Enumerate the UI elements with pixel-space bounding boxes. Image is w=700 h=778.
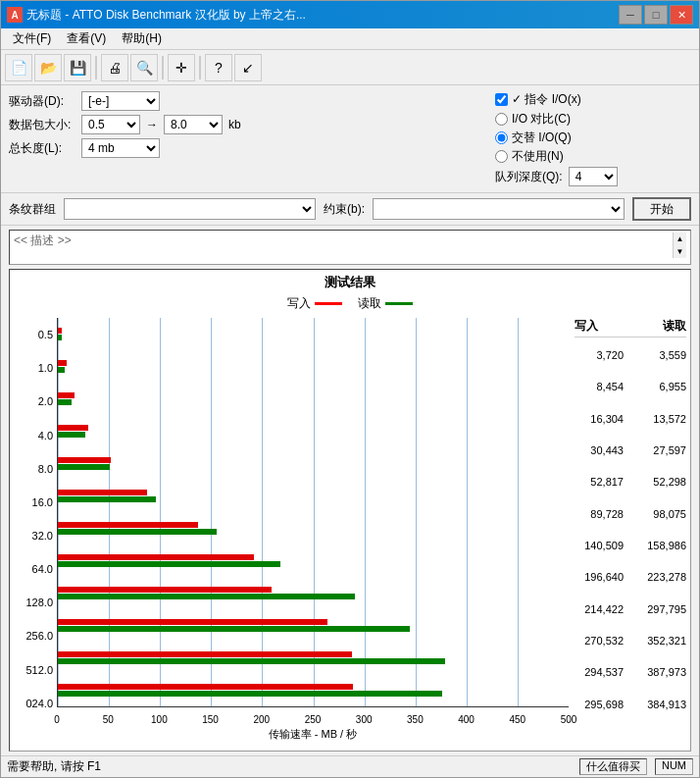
radio-alternate[interactable] xyxy=(495,131,508,144)
legend-write: 写入 xyxy=(287,295,342,312)
bar-row xyxy=(58,577,569,609)
chart-container: 测试结果 写入 读取 0.51.02.04.08.016.032.064.012… xyxy=(9,269,691,752)
controls-area: 驱动器(D): [-e-] 数据包大小: 0.5 → 8.0 kb xyxy=(1,85,699,193)
values-row: 270,532352,321 xyxy=(575,625,686,656)
length-select[interactable]: 4 mb xyxy=(81,138,160,158)
toolbar-arrow[interactable]: ↙ xyxy=(234,54,262,81)
desc-scrollbar: ▲ ▼ xyxy=(673,233,686,258)
stripe-label: 条纹群组 xyxy=(9,201,56,218)
x-label: 450 xyxy=(509,714,525,725)
drive-select[interactable]: [-e-] xyxy=(81,91,160,111)
scroll-up-arrow[interactable]: ▲ xyxy=(675,233,686,245)
x-label: 0 xyxy=(54,714,60,725)
chart-title: 测试结果 xyxy=(14,274,686,291)
legend-write-label: 写入 xyxy=(287,295,311,312)
values-row: 89,72898,075 xyxy=(575,498,686,530)
legend-read-color xyxy=(385,302,413,305)
radio-compare[interactable] xyxy=(495,113,508,126)
packet-row: 数据包大小: 0.5 → 8.0 kb xyxy=(9,115,468,134)
read-bar xyxy=(58,335,62,340)
x-label: 150 xyxy=(202,714,219,725)
x-label: 400 xyxy=(458,714,475,725)
toolbar-print[interactable]: 🖨 xyxy=(101,54,128,81)
queue-select[interactable]: 4 xyxy=(569,167,618,186)
menu-file[interactable]: 文件(F) xyxy=(5,28,59,49)
radio-none[interactable] xyxy=(495,150,508,163)
y-label: 512.0 xyxy=(14,664,53,676)
bar-row xyxy=(58,609,569,642)
stripe-select[interactable] xyxy=(64,198,316,220)
write-bar xyxy=(58,522,198,528)
write-value: 214,422 xyxy=(575,603,624,615)
queue-label: 队列深度(Q): xyxy=(495,169,563,185)
menu-help[interactable]: 帮助(H) xyxy=(114,28,170,49)
bar-row xyxy=(58,642,569,674)
read-bar xyxy=(58,561,280,567)
scroll-down-arrow[interactable]: ▼ xyxy=(675,245,686,258)
toolbar-save[interactable]: 💾 xyxy=(64,54,91,81)
title-buttons: ─ □ ✕ xyxy=(619,5,693,25)
values-row: 214,422297,795 xyxy=(575,594,686,625)
write-value: 140,509 xyxy=(575,540,624,551)
values-row: 294,537387,973 xyxy=(575,656,686,688)
close-button[interactable]: ✕ xyxy=(670,5,693,25)
read-value: 13,572 xyxy=(637,413,686,425)
maximize-button[interactable]: □ xyxy=(644,5,668,25)
legend-write-color xyxy=(315,302,342,305)
values-row: 3,7203,559 xyxy=(575,339,686,371)
app-icon: A xyxy=(7,7,23,23)
drive-row: 驱动器(D): [-e-] xyxy=(9,91,468,111)
toolbar-question[interactable]: ? xyxy=(205,54,232,81)
stripe-area: 条纹群组 约束(b): 开始 xyxy=(1,193,699,226)
y-label: 32.0 xyxy=(14,530,53,542)
io-checkbox-row: ✓ 指令 I/O(x) xyxy=(495,91,691,108)
x-label: 500 xyxy=(561,714,577,725)
y-label: 16.0 xyxy=(14,496,53,508)
values-header: 写入 读取 xyxy=(575,318,686,337)
read-value: 352,321 xyxy=(637,635,686,647)
chart-body: 0.51.02.04.08.016.032.064.0128.0256.0512… xyxy=(14,318,686,742)
y-label: 4.0 xyxy=(14,430,53,441)
status-help-text: 需要帮助, 请按 F1 xyxy=(7,758,101,775)
status-right: 什么值得买 NUM xyxy=(579,758,693,775)
x-label: 250 xyxy=(305,714,322,725)
minimize-button[interactable]: ─ xyxy=(619,5,642,25)
write-bar xyxy=(58,684,353,690)
status-indicator-num: NUM xyxy=(655,758,693,775)
x-label: 200 xyxy=(253,714,270,725)
write-bar xyxy=(58,360,67,366)
constraint-select[interactable] xyxy=(373,198,625,220)
radio-row-none: 不使用(N) xyxy=(495,148,691,165)
bar-row xyxy=(58,350,569,383)
write-value: 8,454 xyxy=(575,381,624,392)
toolbar-new[interactable]: 📄 xyxy=(5,54,32,81)
read-bar xyxy=(58,658,445,664)
radio-compare-label: I/O 对比(C) xyxy=(512,111,571,128)
menu-view[interactable]: 查看(V) xyxy=(59,28,114,49)
write-value: 52,817 xyxy=(575,476,624,488)
toolbar-preview[interactable]: 🔍 xyxy=(130,54,158,81)
read-bar xyxy=(58,529,217,535)
read-bar xyxy=(58,691,442,697)
read-value: 223,278 xyxy=(637,571,686,583)
io-checkbox-label: ✓ 指令 I/O(x) xyxy=(512,91,581,108)
packet-to-select[interactable]: 8.0 xyxy=(164,115,223,134)
read-bar xyxy=(58,367,65,373)
start-button[interactable]: 开始 xyxy=(632,197,691,221)
values-row: 140,509158,986 xyxy=(575,530,686,561)
bar-row xyxy=(58,318,569,350)
y-label: 2.0 xyxy=(14,395,53,407)
packet-from-select[interactable]: 0.5 xyxy=(81,115,140,134)
write-bar xyxy=(58,651,352,657)
write-value: 3,720 xyxy=(575,349,624,361)
x-axis-title: 传输速率 - MB / 秒 xyxy=(57,727,569,742)
toolbar-move[interactable]: ✛ xyxy=(168,54,195,81)
read-col-header: 读取 xyxy=(663,318,686,335)
window-title: 无标题 - ATTO Disk Benchmark 汉化版 by 上帝之右... xyxy=(26,7,306,24)
write-bar xyxy=(58,554,254,560)
y-label: 0.5 xyxy=(14,329,53,340)
queue-row: 队列深度(Q): 4 xyxy=(495,167,691,186)
io-checkbox[interactable] xyxy=(495,93,508,106)
toolbar-open[interactable]: 📂 xyxy=(34,54,62,81)
values-row: 8,4546,955 xyxy=(575,371,686,402)
